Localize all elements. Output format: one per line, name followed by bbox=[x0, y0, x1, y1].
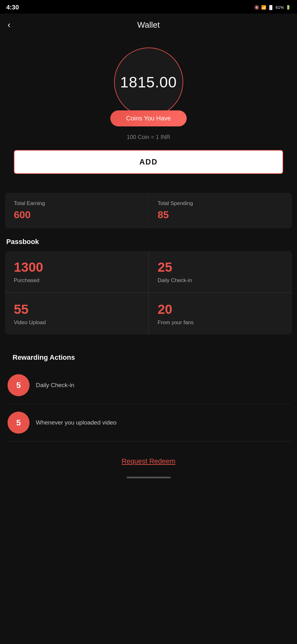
coin-amount: 1815.00 bbox=[120, 74, 177, 91]
fans-value: 20 bbox=[158, 302, 283, 317]
reward-label-checkin: Daily Check-in bbox=[36, 382, 74, 389]
coin-circle: 1815.00 bbox=[114, 47, 183, 117]
purchased-label: Purchased bbox=[14, 277, 140, 284]
total-spending-value: 85 bbox=[158, 209, 283, 221]
battery-icon: 🔋 bbox=[286, 5, 291, 10]
request-redeem-section[interactable]: Request Redeem bbox=[0, 451, 297, 472]
page-title: Wallet bbox=[137, 20, 160, 30]
status-icons: 🔇 📶 ▐▌ 61% 🔋 bbox=[254, 5, 291, 10]
passbook-fans-card: 20 From your fans bbox=[149, 293, 292, 335]
reward-item-video: 5 Whenever you uploaded video bbox=[6, 404, 291, 441]
passbook-title: Passbook bbox=[0, 228, 297, 251]
total-earning-value: 600 bbox=[14, 209, 140, 221]
coins-label: Coins You Have bbox=[110, 110, 186, 126]
purchased-value: 1300 bbox=[14, 260, 140, 275]
video-label: Video Upload bbox=[14, 319, 140, 326]
bottom-indicator bbox=[127, 477, 171, 478]
reward-item-checkin: 5 Daily Check-in bbox=[6, 367, 291, 404]
conversion-rate: 100 Coin = 1 INR bbox=[127, 134, 170, 141]
status-bar: 4:30 🔇 📶 ▐▌ 61% 🔋 bbox=[0, 0, 297, 14]
add-button[interactable]: ADD bbox=[14, 150, 283, 174]
coin-section: 1815.00 Coins You Have 100 Coin = 1 INR … bbox=[0, 35, 297, 180]
video-value: 55 bbox=[14, 302, 140, 317]
status-time: 4:30 bbox=[6, 4, 19, 11]
header: ‹ Wallet bbox=[0, 14, 297, 35]
passbook-checkin-card: 25 Daily Check-in bbox=[149, 251, 292, 292]
request-redeem-button[interactable]: Request Redeem bbox=[122, 457, 175, 465]
total-earning-card: Total Earning 600 bbox=[5, 193, 148, 228]
passbook-section: Passbook 1300 Purchased 25 Daily Check-i… bbox=[0, 228, 297, 335]
battery-percent: 61% bbox=[276, 5, 284, 10]
rewarding-actions-section: Rewarding Actions 5 Daily Check-in 5 Whe… bbox=[0, 335, 297, 445]
reward-label-video: Whenever you uploaded video bbox=[36, 419, 117, 426]
reward-badge-checkin: 5 bbox=[8, 374, 30, 396]
reward-badge-video: 5 bbox=[8, 412, 30, 434]
total-spending-label: Total Spending bbox=[158, 200, 283, 207]
stats-section: Total Earning 600 Total Spending 85 bbox=[5, 193, 292, 228]
fans-label: From your fans bbox=[158, 319, 283, 326]
mute-icon: 🔇 bbox=[254, 5, 259, 10]
bottom-bar bbox=[0, 472, 297, 483]
coin-circle-wrapper: 1815.00 bbox=[114, 47, 183, 117]
rewarding-title: Rewarding Actions bbox=[6, 344, 291, 367]
checkin-label: Daily Check-in bbox=[158, 277, 283, 284]
total-earning-label: Total Earning bbox=[14, 200, 140, 207]
passbook-purchased-card: 1300 Purchased bbox=[5, 251, 148, 292]
signal-icon: ▐▌ bbox=[268, 5, 274, 10]
back-button[interactable]: ‹ bbox=[8, 20, 10, 30]
wifi-icon: 📶 bbox=[261, 5, 266, 10]
total-spending-card: Total Spending 85 bbox=[149, 193, 292, 228]
passbook-grid: 1300 Purchased 25 Daily Check-in 55 Vide… bbox=[5, 251, 292, 335]
passbook-video-card: 55 Video Upload bbox=[5, 293, 148, 335]
checkin-value: 25 bbox=[158, 260, 283, 275]
